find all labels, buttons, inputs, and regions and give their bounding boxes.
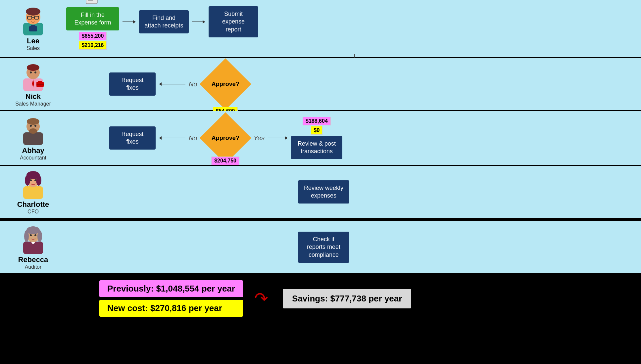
svg-marker-38: [159, 136, 162, 140]
svg-rect-8: [31, 25, 35, 27]
actor-nick-name: Nick: [25, 92, 41, 101]
summary-savings: Savings: $777,738 per year: [283, 289, 411, 308]
svg-point-35: [30, 125, 32, 127]
cost-abhay-pink: $204,750: [211, 157, 239, 165]
svg-point-34: [29, 128, 37, 134]
arrow-no-nick: [159, 81, 185, 87]
swim-lane-abhay: Abhay Accountant Request fixes No Approv…: [0, 111, 641, 166]
document-icon: [85, 0, 101, 9]
diamond-nick-wrap: Approve? $54,600: [201, 66, 250, 102]
svg-point-51: [26, 226, 40, 234]
cost-lee-pink: $655,200: [79, 32, 107, 40]
swim-lane-rebecca: Rebecca Auditor Check if reports meet co…: [0, 221, 641, 274]
task-submit-report[interactable]: Submit expense report: [209, 6, 258, 37]
req-fixes-abhay-wrap: Request fixes: [109, 126, 156, 150]
cost-abhay-right-pink: $188,604: [303, 117, 331, 125]
actor-rebecca: Rebecca Auditor: [7, 224, 60, 270]
avatar-abhay: [18, 115, 48, 145]
actor-charlotte-name: Charlotte: [17, 200, 49, 209]
diamond-nick-label: Approve?: [212, 80, 239, 87]
swim-lane-lee: Lee Sales Fill in the Expense form: [0, 0, 641, 58]
summary-bar: Previously: $1,048,554 per year New cost…: [0, 274, 641, 323]
nick-flow: Request fixes No Approve? $54,600: [66, 66, 250, 102]
task-fill-expense[interactable]: Fill in the Expense form: [66, 7, 119, 31]
svg-point-47: [34, 179, 36, 181]
svg-point-44: [25, 175, 30, 186]
cost-lee-yellow: $216,216: [79, 41, 107, 50]
svg-point-6: [32, 19, 34, 20]
lane-content-lee: Fill in the Expense form $655,200 $216,2…: [66, 6, 634, 51]
svg-point-46: [30, 179, 32, 181]
svg-rect-27: [38, 81, 42, 82]
svg-point-53: [37, 230, 42, 242]
task-review-weekly[interactable]: Review weekly expenses: [298, 180, 349, 204]
review-weekly-wrap: Review weekly expenses: [298, 180, 349, 204]
avatar-charlotte: [18, 169, 48, 199]
cost-abhay-right-yellow: $0: [311, 126, 323, 135]
svg-point-24: [30, 71, 32, 73]
swim-lane-charlotte: Charlotte CFO Review weekly expenses: [0, 166, 641, 219]
diamond-abhay-wrap: Approve? $204,750 $0: [201, 120, 250, 156]
actor-abhay: Abhay Accountant: [7, 115, 60, 161]
svg-point-54: [30, 234, 32, 236]
diamond-approve-nick: Approve?: [200, 58, 251, 110]
req-fixes-nick-wrap: Request fixes: [109, 72, 156, 96]
svg-point-55: [34, 234, 36, 236]
actor-charlotte: Charlotte CFO: [7, 169, 60, 215]
actor-lee-name: Lee: [27, 37, 39, 45]
actor-abhay-name: Abhay: [22, 146, 44, 155]
avatar-rebecca: [18, 224, 48, 254]
svg-point-45: [36, 175, 41, 186]
lee-flow: Fill in the Expense form $655,200 $216,2…: [66, 6, 258, 51]
svg-point-33: [27, 118, 39, 125]
actor-charlotte-role: CFO: [27, 209, 39, 215]
svg-rect-31: [23, 132, 43, 145]
task-find-receipts[interactable]: Find and attach receipts: [139, 10, 189, 34]
lane-content-rebecca: Check if reports meet compliance: [66, 232, 634, 263]
svg-point-2: [26, 8, 40, 16]
no-label-abhay: No: [189, 134, 197, 142]
compliance-wrap: Check if reports meet compliance: [298, 232, 349, 263]
svg-point-52: [24, 230, 29, 242]
no-label-nick: No: [189, 80, 197, 88]
svg-point-36: [34, 125, 36, 127]
yes-label-abhay: Yes: [254, 134, 265, 142]
abhay-flow: Request fixes No Approve? $204,750 $0: [66, 117, 342, 159]
actor-nick: Nick Sales Manager: [7, 61, 60, 107]
actor-lee: Lee Sales: [7, 6, 60, 51]
review-post-wrap: $188,604 $0 Review & post transactions: [291, 117, 342, 159]
summary-costs: Previously: $1,048,554 per year New cost…: [99, 280, 243, 317]
summary-previously: Previously: $1,048,554 per year: [99, 280, 243, 297]
arrow-1: [123, 19, 136, 38]
svg-point-25: [34, 71, 36, 73]
task-request-fixes-nick[interactable]: Request fixes: [109, 72, 156, 96]
svg-marker-30: [159, 82, 162, 86]
summary-new-cost: New cost: $270,816 per year: [99, 300, 243, 317]
actor-lee-role: Sales: [26, 45, 40, 51]
svg-rect-7: [29, 26, 37, 31]
svg-marker-16: [133, 20, 136, 23]
diamond-abhay-label: Approve?: [212, 134, 239, 141]
svg-rect-41: [23, 186, 43, 199]
task-review-post[interactable]: Review & post transactions: [291, 136, 342, 159]
arrow-curved-icon: ↷: [254, 289, 268, 308]
arrow-2: [192, 19, 205, 38]
lane-content-nick: Request fixes No Approve? $54,600: [66, 66, 634, 102]
swim-lane-nick: Nick Sales Manager Request fixes No Appr…: [0, 58, 641, 111]
svg-point-23: [27, 64, 39, 71]
actor-rebecca-role: Auditor: [25, 264, 42, 270]
actor-rebecca-name: Rebecca: [18, 255, 48, 264]
yes-arrow-abhay: Yes: [254, 134, 288, 142]
svg-marker-40: [285, 136, 288, 140]
task-check-compliance[interactable]: Check if reports meet compliance: [298, 232, 349, 263]
actor-abhay-role: Accountant: [20, 155, 46, 161]
actor-nick-role: Sales Manager: [15, 101, 51, 107]
lane-content-abhay: Request fixes No Approve? $204,750 $0: [66, 117, 634, 159]
lane-content-charlotte: Review weekly expenses: [66, 180, 634, 204]
diamond-approve-abhay: Approve?: [200, 112, 251, 164]
svg-marker-18: [203, 20, 205, 23]
avatar-lee: [18, 6, 48, 35]
arrow-no-abhay: [159, 135, 185, 141]
task-request-fixes-abhay[interactable]: Request fixes: [109, 126, 156, 150]
avatar-nick: [18, 61, 48, 91]
